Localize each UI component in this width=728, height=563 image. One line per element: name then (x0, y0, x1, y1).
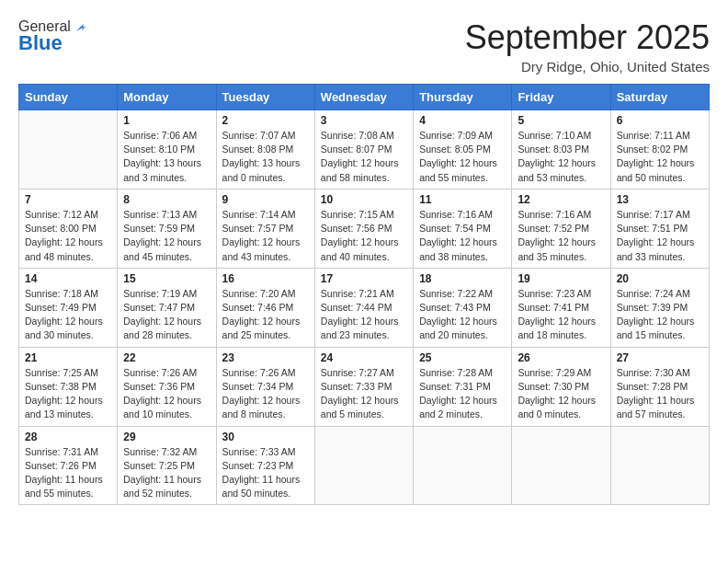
day-number: 27 (617, 351, 703, 364)
logo-blue-text: Blue (18, 31, 63, 55)
day-number: 12 (518, 193, 604, 206)
day-number: 20 (617, 272, 703, 285)
day-cell: 21Sunrise: 7:25 AM Sunset: 7:38 PM Dayli… (19, 347, 118, 426)
day-info: Sunrise: 7:22 AM Sunset: 7:43 PM Dayligh… (419, 287, 506, 343)
week-row-4: 21Sunrise: 7:25 AM Sunset: 7:38 PM Dayli… (19, 347, 710, 426)
day-info: Sunrise: 7:21 AM Sunset: 7:44 PM Dayligh… (321, 287, 407, 343)
day-cell: 17Sunrise: 7:21 AM Sunset: 7:44 PM Dayli… (314, 268, 413, 347)
day-cell: 16Sunrise: 7:20 AM Sunset: 7:46 PM Dayli… (216, 268, 314, 347)
day-cell: 28Sunrise: 7:31 AM Sunset: 7:26 PM Dayli… (19, 426, 118, 505)
week-row-5: 28Sunrise: 7:31 AM Sunset: 7:26 PM Dayli… (19, 426, 710, 505)
svg-marker-0 (76, 24, 85, 31)
day-cell: 12Sunrise: 7:16 AM Sunset: 7:52 PM Dayli… (512, 189, 610, 268)
day-number: 17 (321, 272, 407, 285)
day-cell: 4Sunrise: 7:09 AM Sunset: 8:05 PM Daylig… (414, 110, 512, 190)
day-cell: 13Sunrise: 7:17 AM Sunset: 7:51 PM Dayli… (610, 189, 709, 268)
day-number: 4 (419, 114, 506, 127)
month-title: September 2025 (465, 18, 710, 57)
day-cell: 3Sunrise: 7:08 AM Sunset: 8:07 PM Daylig… (314, 110, 413, 190)
day-number: 15 (123, 272, 210, 285)
week-row-2: 7Sunrise: 7:12 AM Sunset: 8:00 PM Daylig… (19, 189, 710, 268)
day-cell: 10Sunrise: 7:15 AM Sunset: 7:56 PM Dayli… (314, 189, 413, 268)
day-number: 29 (123, 431, 210, 443)
day-info: Sunrise: 7:18 AM Sunset: 7:49 PM Dayligh… (25, 287, 111, 343)
logo: General Blue (18, 18, 90, 55)
day-info: Sunrise: 7:09 AM Sunset: 8:05 PM Dayligh… (419, 129, 506, 185)
day-cell: 18Sunrise: 7:22 AM Sunset: 7:43 PM Dayli… (414, 268, 512, 347)
day-number: 3 (321, 114, 407, 127)
day-info: Sunrise: 7:16 AM Sunset: 7:52 PM Dayligh… (518, 208, 604, 264)
day-info: Sunrise: 7:30 AM Sunset: 7:28 PM Dayligh… (617, 366, 703, 422)
calendar-table: SundayMondayTuesdayWednesdayThursdayFrid… (18, 84, 710, 505)
day-number: 21 (25, 351, 111, 364)
logo-bird-icon (73, 18, 89, 35)
day-cell: 5Sunrise: 7:10 AM Sunset: 8:03 PM Daylig… (512, 110, 610, 190)
day-cell: 23Sunrise: 7:26 AM Sunset: 7:34 PM Dayli… (216, 347, 314, 426)
day-number: 1 (123, 114, 210, 127)
day-number: 16 (222, 272, 309, 285)
day-number: 28 (25, 431, 111, 443)
day-info: Sunrise: 7:07 AM Sunset: 8:08 PM Dayligh… (222, 129, 309, 185)
day-cell: 15Sunrise: 7:19 AM Sunset: 7:47 PM Dayli… (118, 268, 216, 347)
day-number: 30 (222, 431, 309, 443)
week-row-3: 14Sunrise: 7:18 AM Sunset: 7:49 PM Dayli… (19, 268, 710, 347)
day-cell (314, 426, 413, 505)
day-number: 18 (419, 272, 506, 285)
day-info: Sunrise: 7:19 AM Sunset: 7:47 PM Dayligh… (123, 287, 210, 343)
weekday-header-saturday: Saturday (610, 85, 709, 110)
day-number: 7 (25, 193, 111, 206)
day-cell: 29Sunrise: 7:32 AM Sunset: 7:25 PM Dayli… (118, 426, 216, 505)
day-cell: 14Sunrise: 7:18 AM Sunset: 7:49 PM Dayli… (19, 268, 118, 347)
week-row-1: 1Sunrise: 7:06 AM Sunset: 8:10 PM Daylig… (19, 110, 710, 190)
day-cell: 1Sunrise: 7:06 AM Sunset: 8:10 PM Daylig… (118, 110, 216, 190)
day-number: 8 (123, 193, 210, 206)
day-cell: 8Sunrise: 7:13 AM Sunset: 7:59 PM Daylig… (118, 189, 216, 268)
day-cell: 26Sunrise: 7:29 AM Sunset: 7:30 PM Dayli… (512, 347, 610, 426)
day-cell (414, 426, 512, 505)
day-number: 22 (123, 351, 210, 364)
day-cell: 30Sunrise: 7:33 AM Sunset: 7:23 PM Dayli… (216, 426, 314, 505)
day-number: 2 (222, 114, 309, 127)
day-cell: 27Sunrise: 7:30 AM Sunset: 7:28 PM Dayli… (610, 347, 709, 426)
weekday-header-row: SundayMondayTuesdayWednesdayThursdayFrid… (19, 85, 710, 110)
day-info: Sunrise: 7:11 AM Sunset: 8:02 PM Dayligh… (617, 129, 703, 185)
day-info: Sunrise: 7:06 AM Sunset: 8:10 PM Dayligh… (123, 129, 210, 185)
weekday-header-monday: Monday (118, 85, 216, 110)
day-info: Sunrise: 7:17 AM Sunset: 7:51 PM Dayligh… (617, 208, 703, 264)
day-cell: 22Sunrise: 7:26 AM Sunset: 7:36 PM Dayli… (118, 347, 216, 426)
day-cell: 6Sunrise: 7:11 AM Sunset: 8:02 PM Daylig… (610, 110, 709, 190)
day-info: Sunrise: 7:26 AM Sunset: 7:34 PM Dayligh… (222, 366, 309, 422)
weekday-header-tuesday: Tuesday (216, 85, 314, 110)
weekday-header-thursday: Thursday (414, 85, 512, 110)
day-number: 24 (321, 351, 407, 364)
day-cell: 2Sunrise: 7:07 AM Sunset: 8:08 PM Daylig… (216, 110, 314, 190)
day-cell: 7Sunrise: 7:12 AM Sunset: 8:00 PM Daylig… (19, 189, 118, 268)
weekday-header-sunday: Sunday (19, 85, 118, 110)
day-info: Sunrise: 7:25 AM Sunset: 7:38 PM Dayligh… (25, 366, 111, 422)
weekday-header-friday: Friday (512, 85, 610, 110)
day-cell: 19Sunrise: 7:23 AM Sunset: 7:41 PM Dayli… (512, 268, 610, 347)
day-number: 25 (419, 351, 506, 364)
day-cell (512, 426, 610, 505)
page-header: General Blue September 2025 Dry Ridge, O… (18, 18, 710, 75)
day-info: Sunrise: 7:33 AM Sunset: 7:23 PM Dayligh… (222, 445, 309, 501)
day-number: 19 (518, 272, 604, 285)
day-cell (19, 110, 118, 190)
day-cell: 11Sunrise: 7:16 AM Sunset: 7:54 PM Dayli… (414, 189, 512, 268)
day-cell: 20Sunrise: 7:24 AM Sunset: 7:39 PM Dayli… (610, 268, 709, 347)
day-cell: 25Sunrise: 7:28 AM Sunset: 7:31 PM Dayli… (414, 347, 512, 426)
location-text: Dry Ridge, Ohio, United States (465, 59, 710, 75)
day-number: 23 (222, 351, 309, 364)
day-number: 5 (518, 114, 604, 127)
day-info: Sunrise: 7:14 AM Sunset: 7:57 PM Dayligh… (222, 208, 309, 264)
day-info: Sunrise: 7:23 AM Sunset: 7:41 PM Dayligh… (518, 287, 604, 343)
day-info: Sunrise: 7:32 AM Sunset: 7:25 PM Dayligh… (123, 445, 210, 501)
day-info: Sunrise: 7:24 AM Sunset: 7:39 PM Dayligh… (617, 287, 703, 343)
day-number: 11 (419, 193, 506, 206)
day-number: 14 (25, 272, 111, 285)
day-info: Sunrise: 7:08 AM Sunset: 8:07 PM Dayligh… (321, 129, 407, 185)
day-cell (610, 426, 709, 505)
day-number: 26 (518, 351, 604, 364)
day-number: 10 (321, 193, 407, 206)
day-info: Sunrise: 7:26 AM Sunset: 7:36 PM Dayligh… (123, 366, 210, 422)
